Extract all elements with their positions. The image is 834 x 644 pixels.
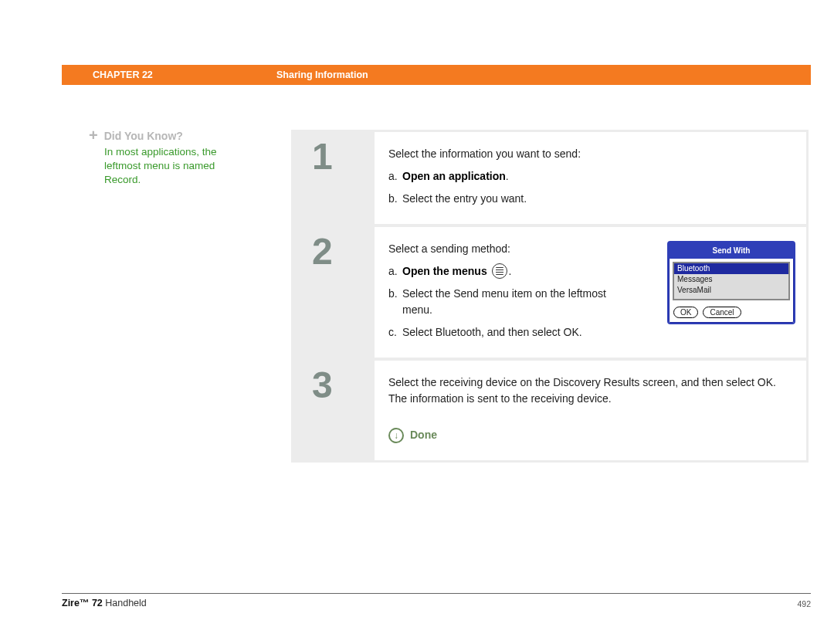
arrow-down-icon [388, 428, 404, 443]
sub-letter-a2: a. [388, 263, 402, 280]
step-1-body: Select the information you want to send:… [375, 132, 806, 224]
step-2-sublist: a. Open the menus . b. Select the Send m… [388, 263, 620, 341]
step-2-row: 2 Select a sending method: a. Open the m… [293, 227, 806, 358]
plus-icon: + [89, 130, 98, 141]
chapter-text: CHAPTER 22 [93, 69, 153, 80]
footer-product-rest: Handheld [103, 598, 147, 608]
done-label: Done [410, 427, 437, 443]
did-you-know-label: Did You Know? [104, 130, 183, 142]
step-1-row: 1 Select the information you want to sen… [293, 132, 806, 224]
send-with-list[interactable]: Bluetooth Messages VersaMail [673, 262, 790, 300]
step-3-row: 3 Select the receiving device on the Dis… [293, 361, 806, 460]
chapter-title: Sharing Information [276, 69, 368, 80]
step-3-intro: Select the receiving device on the Disco… [388, 375, 792, 407]
send-with-item-messages[interactable]: Messages [674, 274, 788, 285]
step-3-num-cell: 3 [293, 361, 375, 460]
send-with-item-versamail[interactable]: VersaMail [674, 285, 788, 296]
step-2-a: a. Open the menus . [388, 263, 620, 280]
step-1-a: a. Open an application. [388, 168, 792, 185]
step-1-num-cell: 1 [293, 132, 375, 224]
ok-button[interactable]: OK [673, 307, 698, 318]
send-with-dialog: Send With Bluetooth Messages VersaMail O… [667, 241, 795, 324]
step-2-intro: Select a sending method: [388, 241, 620, 257]
step-1-intro: Select the information you want to send: [388, 146, 792, 162]
cancel-button[interactable]: Cancel [703, 307, 741, 318]
send-with-item-bluetooth[interactable]: Bluetooth [674, 263, 788, 274]
step-3-number: 3 [312, 364, 333, 406]
step-2-body: Select a sending method: a. Open the men… [375, 227, 806, 358]
chapter-title-text: Sharing Information [276, 69, 368, 80]
step-2-b: b. Select the Send menu item on the left… [388, 286, 620, 318]
footer-rule [62, 593, 811, 594]
sub-letter-b2: b. [388, 286, 402, 318]
step-2-b-text: Select the Send menu item on the leftmos… [402, 286, 620, 318]
chapter-header-band: CHAPTER 22 Sharing Information [62, 65, 811, 85]
footer-product-bold: Zire™ 72 [62, 598, 103, 608]
step-2-num-cell: 2 [293, 227, 375, 358]
step-1-a-text: Open an application. [402, 168, 792, 185]
did-you-know-body: In most applications, the leftmost menu … [104, 145, 251, 188]
step-2-left-column: Select a sending method: a. Open the men… [388, 241, 620, 341]
steps-panel: 1 Select the information you want to sen… [291, 130, 809, 463]
menu-icon [492, 263, 507, 279]
sub-letter-a: a. [388, 168, 402, 185]
step-2-a-suffix: . [509, 265, 512, 277]
step-1-a-suffix: . [506, 170, 509, 182]
step-2-a-text: Open the menus . [402, 263, 620, 280]
step-1-b: b. Select the entry you want. [388, 191, 792, 207]
step-2-c: c. Select Bluetooth, and then select OK. [388, 324, 620, 341]
step-1-b-text: Select the entry you want. [402, 191, 792, 207]
page: CHAPTER 22 Sharing Information + Did You… [0, 0, 834, 644]
open-menus-link[interactable]: Open the menus [402, 265, 487, 277]
did-you-know-heading: + Did You Know? [89, 130, 251, 142]
step-1-number: 1 [312, 135, 333, 178]
step-2-c-text: Select Bluetooth, and then select OK. [402, 324, 620, 341]
send-with-buttons: OK Cancel [669, 305, 794, 323]
sidebar-did-you-know: + Did You Know? In most applications, th… [89, 130, 251, 188]
open-application-link[interactable]: Open an application [402, 170, 506, 182]
footer-page-number: 492 [797, 599, 811, 608]
sub-letter-c2: c. [388, 324, 402, 341]
chapter-label: CHAPTER 22 [93, 69, 263, 80]
footer-product: Zire™ 72 Handheld [62, 598, 147, 608]
done-indicator: Done [388, 427, 792, 443]
sub-letter-b: b. [388, 191, 402, 207]
step-1-sublist: a. Open an application. b. Select the en… [388, 168, 792, 207]
step-2-number: 2 [312, 230, 333, 273]
step-3-body: Select the receiving device on the Disco… [375, 361, 806, 460]
send-with-title: Send With [669, 242, 794, 259]
